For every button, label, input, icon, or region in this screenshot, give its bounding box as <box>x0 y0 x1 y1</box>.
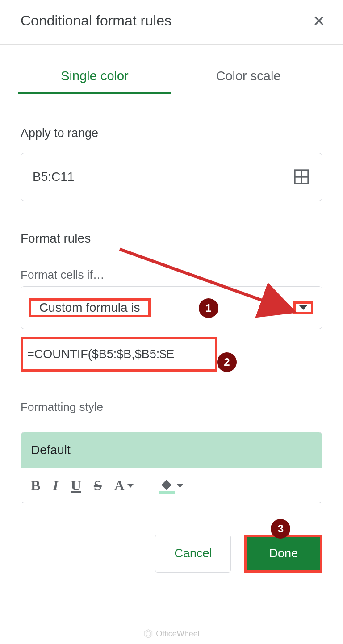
cancel-button[interactable]: Cancel <box>155 535 231 573</box>
highlight-box-1: Custom formula is <box>29 298 151 317</box>
text-color-button[interactable]: A <box>114 477 134 494</box>
range-value: B5:C11 <box>33 170 74 184</box>
text-color-letter: A <box>114 477 125 494</box>
style-preview[interactable]: Default <box>21 432 322 468</box>
format-cells-if-label: Format cells if… <box>21 268 322 282</box>
dialog-buttons: Cancel 3 Done <box>21 535 322 573</box>
watermark-logo-icon <box>143 629 153 639</box>
formatting-style-label: Formatting style <box>21 400 322 414</box>
tab-single-color[interactable]: Single color <box>18 69 172 94</box>
fill-color-button[interactable]: ◆ <box>159 478 183 494</box>
chevron-down-icon[interactable] <box>299 305 307 310</box>
tab-color-scale[interactable]: Color scale <box>172 69 325 94</box>
fill-glyph: ◆ <box>162 478 172 490</box>
underline-button[interactable]: U <box>71 477 81 494</box>
toolbar-separator <box>146 479 146 493</box>
chevron-down-icon <box>127 484 134 488</box>
format-toolbar: B I U S A ◆ <box>21 468 322 503</box>
panel-title: Conditional format rules <box>21 13 172 29</box>
range-input-box[interactable]: B5:C11 <box>21 153 322 201</box>
formatting-style-box: Default B I U S A ◆ <box>21 432 322 503</box>
badge-3: 3 <box>271 519 290 539</box>
italic-button[interactable]: I <box>53 477 58 494</box>
format-condition-dropdown[interactable]: Custom formula is 1 <box>21 286 322 329</box>
chevron-down-icon <box>177 484 183 488</box>
paint-bucket-icon: ◆ <box>159 478 174 494</box>
highlight-caret <box>293 301 313 314</box>
close-icon[interactable]: ✕ <box>313 13 325 29</box>
dropdown-selected-text: Custom formula is <box>31 294 148 321</box>
done-button[interactable]: Done <box>247 537 320 570</box>
svg-marker-5 <box>146 631 151 636</box>
bold-button[interactable]: B <box>31 477 40 494</box>
apply-range-label: Apply to range <box>21 126 322 140</box>
format-rules-title: Format rules <box>21 231 322 246</box>
grid-select-icon[interactable] <box>293 168 310 186</box>
highlight-box-3: 3 Done <box>244 535 322 573</box>
divider <box>0 44 343 45</box>
strike-button[interactable]: S <box>94 477 102 494</box>
tabs: Single color Color scale <box>0 69 343 94</box>
formula-input[interactable]: =COUNTIF($B5:$B,$B5:$E <box>21 337 217 372</box>
fill-color-swatch <box>159 491 175 494</box>
svg-marker-4 <box>145 630 152 638</box>
header: Conditional format rules ✕ <box>0 0 343 44</box>
badge-1: 1 <box>199 298 218 318</box>
badge-2: 2 <box>217 352 237 372</box>
watermark: OfficeWheel <box>143 629 200 639</box>
watermark-text: OfficeWheel <box>156 629 200 639</box>
